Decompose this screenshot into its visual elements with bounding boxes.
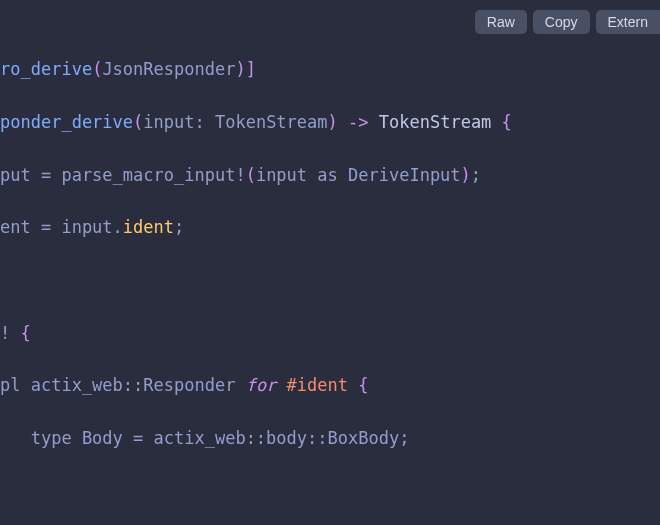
code-line: ro_derive(JsonResponder)] xyxy=(0,56,660,82)
code-token: JsonResponder xyxy=(102,59,235,79)
code-token: { xyxy=(20,323,30,343)
code-token: ro_derive xyxy=(0,59,92,79)
code-token: ) xyxy=(328,112,338,132)
code-line: ent = input.ident; xyxy=(0,214,660,240)
code-token: ) xyxy=(461,165,471,185)
code-token: ( xyxy=(133,112,143,132)
code-block: ro_derive(JsonResponder)] ponder_derive(… xyxy=(0,0,660,525)
code-token: TokenStream xyxy=(369,112,502,132)
code-token: ( xyxy=(246,165,256,185)
code-token: input as DeriveInput xyxy=(256,165,461,185)
code-token: { xyxy=(348,375,368,395)
code-token: input: TokenStream xyxy=(143,112,327,132)
code-token: ; xyxy=(174,217,184,237)
code-line: pl actix_web::Responder for #ident { xyxy=(0,372,660,398)
code-token: put = parse_macro_input! xyxy=(0,165,246,185)
code-token: ( xyxy=(92,59,102,79)
code-token: ponder_derive xyxy=(0,112,133,132)
code-token: ) xyxy=(235,59,245,79)
code-token: #ident xyxy=(287,375,348,395)
copy-button[interactable]: Copy xyxy=(533,10,590,34)
code-token: pl actix_web::Responder xyxy=(0,375,246,395)
code-token: ; xyxy=(471,165,481,185)
code-token: for xyxy=(246,375,277,395)
code-line xyxy=(0,478,660,504)
code-line: put = parse_macro_input!(input as Derive… xyxy=(0,162,660,188)
code-line: ! { xyxy=(0,320,660,346)
code-token: type Body = actix_web::body::BoxBody; xyxy=(0,428,409,448)
code-token: ! xyxy=(0,323,20,343)
code-token: ] xyxy=(246,59,256,79)
code-line xyxy=(0,267,660,293)
code-line: ponder_derive(input: TokenStream) -> Tok… xyxy=(0,109,660,135)
code-token: -> xyxy=(348,112,368,132)
extern-button[interactable]: Extern xyxy=(596,10,660,34)
code-token xyxy=(276,375,286,395)
raw-button[interactable]: Raw xyxy=(475,10,527,34)
code-token: ident xyxy=(123,217,174,237)
code-line: type Body = actix_web::body::BoxBody; xyxy=(0,425,660,451)
code-toolbar: Raw Copy Extern xyxy=(475,10,660,34)
code-token: { xyxy=(502,112,512,132)
code-token: ent = input. xyxy=(0,217,123,237)
